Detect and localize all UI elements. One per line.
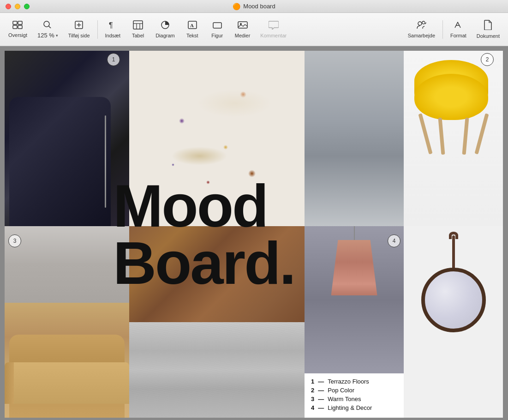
legend-text-4: Lighting & Decor (328, 404, 372, 411)
leather-trim (105, 115, 106, 208)
moodboard: 1 — Terrazzo Floors 2 — Pop Color 3 — Wa… (5, 51, 503, 418)
svg-rect-2 (13, 25, 17, 29)
zoom-arrow-icon: ▾ (56, 33, 58, 38)
tabel-icon (133, 20, 143, 31)
svg-rect-0 (13, 21, 17, 24)
cell-terrazzo (129, 51, 305, 226)
legend-item-1: 1 — Terrazzo Floors (311, 378, 397, 385)
canvas-area[interactable]: 1 — Terrazzo Floors 2 — Pop Color 3 — Wa… (0, 46, 508, 420)
svg-line-5 (49, 26, 52, 28)
cell-row2-col1 (5, 226, 129, 418)
kommentar-icon (269, 20, 279, 31)
dokument-label: Dokument (477, 33, 500, 39)
yellow-chair-shape (414, 60, 493, 189)
svg-point-20 (418, 22, 422, 25)
page-number-1: 1 (107, 53, 120, 66)
toolbar-zoom[interactable]: 125 % ▾ (33, 17, 63, 42)
legend-item-4: 4 — Lighting & Decor (311, 404, 397, 411)
window-title: 🟠 Mood board (233, 3, 275, 10)
toolbar-samarbejde[interactable]: Samarbejde (403, 18, 440, 41)
svg-point-21 (422, 21, 425, 24)
lamp-cord (354, 226, 355, 240)
cell-col3-top (305, 51, 503, 226)
cell-mirror (404, 226, 503, 418)
svg-text:¶: ¶ (109, 21, 113, 29)
cell-wall-texture (5, 226, 129, 303)
dokument-icon (484, 20, 493, 31)
page-number-3: 3 (8, 234, 21, 247)
toolbar-dokument[interactable]: Dokument (472, 17, 504, 42)
window-title-text: Mood board (243, 3, 275, 10)
sofa-arm-left (5, 362, 14, 404)
toolbar-tilfoj-side[interactable]: Tilføj side (64, 18, 95, 41)
toolbar: Oversigt 125 % ▾ Tilføj side ¶ Indsæt Ta… (0, 13, 508, 46)
legend-item-2: 2 — Pop Color (311, 387, 397, 394)
svg-rect-3 (18, 25, 22, 29)
title-bar: 🟠 Mood board (0, 0, 508, 13)
svg-rect-1 (18, 21, 22, 24)
toolbar-diagram[interactable]: Diagram (151, 18, 179, 41)
svg-text:A: A (190, 23, 194, 28)
toolbar-tekst[interactable]: A Tekst (180, 18, 204, 41)
cell-row2-col2 (129, 226, 305, 418)
close-button[interactable] (6, 4, 11, 9)
medier-icon (238, 20, 248, 31)
format-icon (453, 20, 463, 31)
toolbar-indsaet[interactable]: ¶ Indsæt (101, 18, 126, 41)
format-label: Format (450, 33, 466, 38)
cell-fur-texture (129, 322, 305, 418)
samarbejde-icon (416, 20, 426, 31)
tilfoj-side-label: Tilføj side (68, 33, 90, 38)
page-number-2: 2 (481, 53, 494, 66)
zoom-value: 125 % ▾ (37, 32, 58, 39)
toolbar-oversigt[interactable]: Oversigt (4, 18, 32, 41)
maximize-button[interactable] (24, 4, 30, 9)
oversigt-icon (12, 21, 23, 30)
minimize-button[interactable] (15, 4, 20, 9)
toolbar-format[interactable]: Format (446, 18, 471, 41)
legend-text-3: Warm Tones (328, 396, 361, 402)
cell-yellow-chair (404, 51, 503, 226)
indsaet-label: Indsæt (105, 33, 121, 38)
diagram-icon (160, 20, 170, 31)
sofa-seat (5, 362, 129, 404)
toolbar-sep-1 (97, 20, 98, 39)
cell-lamp (305, 226, 404, 373)
tilfoj-side-icon (74, 20, 84, 31)
toolbar-figur[interactable]: Figur (205, 18, 229, 41)
indsaet-icon: ¶ (108, 20, 117, 31)
svg-rect-17 (213, 23, 221, 28)
tekst-label: Tekst (186, 33, 198, 38)
svg-point-4 (44, 21, 49, 27)
cell-leather-chair (5, 51, 129, 226)
toolbar-medier[interactable]: Medier (230, 18, 255, 41)
samarbejde-label: Samarbejde (408, 33, 435, 38)
zoom-icon (42, 20, 53, 30)
toolbar-sep-2 (442, 20, 443, 39)
legend-text-2: Pop Color (328, 387, 354, 394)
zoom-percentage: 125 % (37, 32, 54, 39)
legend-text-1: Terrazzo Floors (328, 378, 369, 385)
toolbar-tabel[interactable]: Tabel (126, 18, 150, 41)
page-number-4: 4 (388, 234, 400, 247)
medier-label: Medier (235, 33, 251, 38)
diagram-label: Diagram (155, 33, 175, 38)
chair-leg-right (474, 113, 489, 154)
chair-leg-center-left (438, 118, 445, 155)
figur-icon (212, 20, 222, 31)
cell-legend: 1 — Terrazzo Floors 2 — Pop Color 3 — Wa… (305, 373, 404, 418)
cell-sofa (5, 303, 129, 418)
mirror-strap (452, 235, 455, 272)
leather-chair-shape (9, 97, 111, 226)
window-icon: 🟠 (233, 3, 240, 10)
chair-leg-left (418, 113, 432, 154)
traffic-lights (6, 4, 30, 9)
cell-wood-texture (129, 226, 305, 322)
cell-concrete (305, 51, 404, 226)
tekst-icon: A (187, 20, 197, 31)
kommentar-label: Kommentar (260, 33, 287, 38)
svg-rect-10 (133, 21, 143, 29)
toolbar-kommentar[interactable]: Kommentar (256, 18, 291, 41)
mirror-circle (421, 268, 486, 332)
chair-seat (414, 74, 488, 120)
